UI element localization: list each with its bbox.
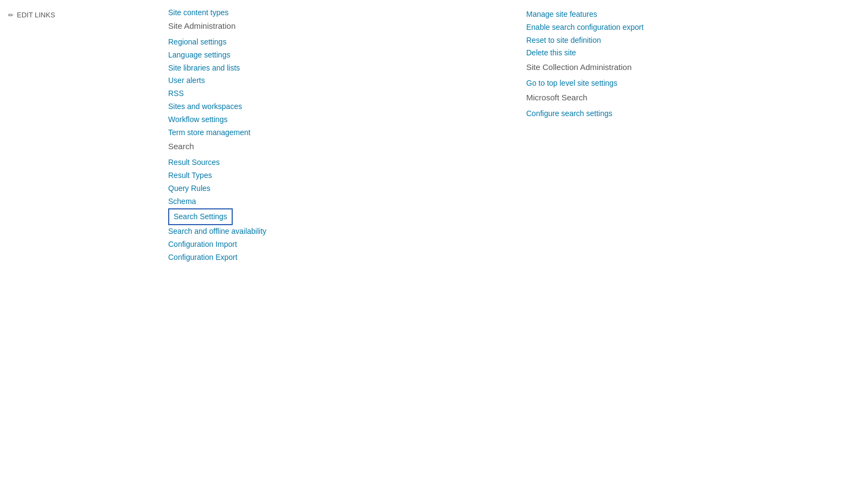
link-right-configure-search-settings[interactable]: Configure search settings	[526, 107, 852, 120]
link-schema[interactable]: Schema	[168, 195, 505, 208]
link-user-alerts[interactable]: User alerts	[168, 74, 505, 87]
link-workflow-settings[interactable]: Workflow settings	[168, 113, 505, 126]
link-sites-workspaces[interactable]: Sites and workspaces	[168, 100, 505, 113]
pencil-icon: ✏	[8, 11, 14, 19]
link-search-settings[interactable]: Search Settings	[168, 208, 233, 226]
link-right-go-top-level-site-settings[interactable]: Go to top level site settings	[526, 77, 852, 90]
link-right-reset-site-definition[interactable]: Reset to site definition	[526, 34, 852, 47]
heading-right-site-collection-administration: Site Collection Administration	[526, 62, 852, 72]
main-content: Site content types Site AdministrationRe…	[152, 0, 868, 478]
left-sections: Site AdministrationRegional settingsLang…	[168, 21, 505, 264]
section-right-site-collection-administration: Site Collection AdministrationGo to top …	[526, 62, 852, 90]
link-right-delete-site[interactable]: Delete this site	[526, 47, 852, 60]
link-query-rules[interactable]: Query Rules	[168, 182, 505, 195]
link-right-manage-site-features[interactable]: Manage site features	[526, 8, 852, 21]
section-right-microsoft-search: Microsoft SearchConfigure search setting…	[526, 93, 852, 120]
page-container: ✏ EDIT LINKS Site content types Site Adm…	[0, 0, 868, 478]
link-site-libraries-lists[interactable]: Site libraries and lists	[168, 62, 505, 75]
right-sections: Manage site featuresEnable search config…	[526, 8, 852, 120]
link-right-enable-search-config-export[interactable]: Enable search configuration export	[526, 21, 852, 34]
link-configuration-import[interactable]: Configuration Import	[168, 238, 505, 251]
site-content-types-link[interactable]: Site content types	[168, 8, 505, 17]
link-configuration-export[interactable]: Configuration Export	[168, 251, 505, 264]
link-result-types[interactable]: Result Types	[168, 169, 505, 182]
link-language-settings[interactable]: Language settings	[168, 49, 505, 62]
section-site-administration: Site AdministrationRegional settingsLang…	[168, 21, 505, 139]
heading-right-microsoft-search: Microsoft Search	[526, 93, 852, 102]
right-column: Manage site featuresEnable search config…	[505, 5, 852, 473]
section-search: SearchResult SourcesResult TypesQuery Ru…	[168, 142, 505, 264]
link-term-store-management[interactable]: Term store management	[168, 126, 505, 139]
edit-links-label: EDIT LINKS	[17, 11, 55, 19]
section-right-look-feel: Manage site featuresEnable search config…	[526, 8, 852, 60]
link-regional-settings[interactable]: Regional settings	[168, 36, 505, 49]
link-search-offline-availability[interactable]: Search and offline availability	[168, 225, 505, 238]
heading-search: Search	[168, 142, 505, 151]
link-result-sources[interactable]: Result Sources	[168, 156, 505, 169]
link-rss[interactable]: RSS	[168, 87, 505, 100]
left-column: Site content types Site AdministrationRe…	[168, 5, 505, 473]
left-sidebar: ✏ EDIT LINKS	[0, 0, 152, 478]
edit-links-button[interactable]: ✏ EDIT LINKS	[8, 11, 144, 19]
heading-site-administration: Site Administration	[168, 21, 505, 30]
